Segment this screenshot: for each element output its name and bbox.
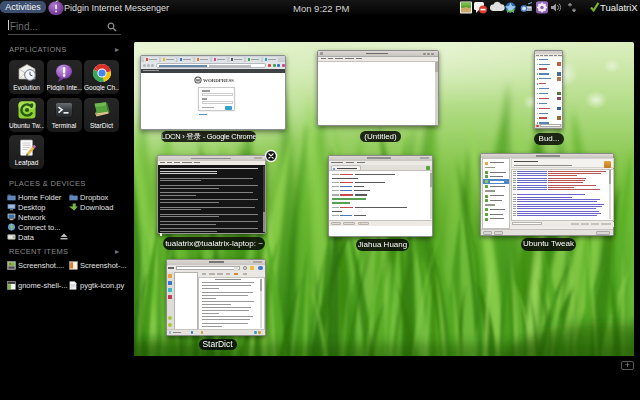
svg-text:WORDPRESS: WORDPRESS (203, 78, 234, 83)
svg-text:TualatriX: TualatriX (600, 2, 638, 13)
